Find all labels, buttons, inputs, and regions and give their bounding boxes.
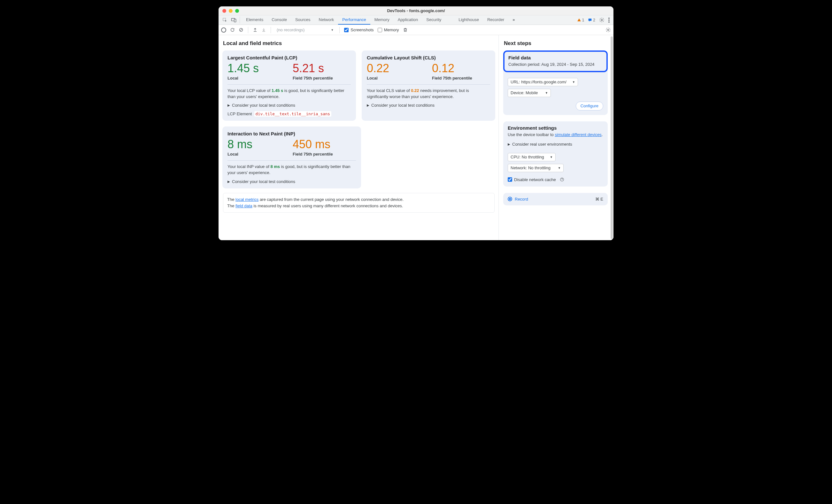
svg-rect-2 (234, 19, 236, 22)
inp-field-label: Field 75th percentile (293, 152, 347, 157)
warnings-badge[interactable]: 1 (577, 18, 584, 22)
disable-cache-label: Disable network cache (514, 177, 556, 182)
tab-performance[interactable]: Performance (338, 15, 370, 25)
tab-console[interactable]: Console (267, 15, 291, 25)
lcp-element-selector[interactable]: div.tile__text.tile__inria_sans (254, 111, 331, 116)
tabs-row: Elements Console Sources Network Perform… (218, 15, 614, 25)
lcp-consider-toggle[interactable]: ▶Consider your local test conditions (228, 103, 351, 108)
inp-title: Interaction to Next Paint (INP) (228, 131, 356, 136)
url-select[interactable]: URL: https://fonts.google.com/▼ (508, 78, 578, 86)
upload-icon[interactable] (253, 27, 258, 32)
recordings-select[interactable]: (no recordings) ▼ (276, 27, 335, 32)
tab-memory[interactable]: Memory (370, 15, 394, 25)
record-icon[interactable] (221, 27, 226, 33)
cls-consider-toggle[interactable]: ▶Consider your local test conditions (367, 103, 490, 108)
inp-local-label: Local (228, 152, 282, 157)
messages-badge[interactable]: 2 (588, 18, 595, 22)
triangle-right-icon: ▶ (367, 104, 369, 107)
environment-text: Use the device toolbar to simulate diffe… (508, 132, 603, 138)
record-shortcut: ⌘ E (595, 197, 603, 202)
triangle-right-icon: ▶ (228, 104, 230, 107)
window-controls (223, 9, 239, 13)
close-window-button[interactable] (223, 9, 226, 13)
tab-recorder[interactable]: Recorder (483, 15, 508, 25)
lcp-element-row: LCP Element div.tile__text.tile__inria_s… (228, 111, 351, 116)
screenshots-checkbox-input[interactable] (344, 28, 348, 32)
garbage-collect-icon[interactable] (403, 27, 408, 32)
cls-title: Cumulative Layout Shift (CLS) (367, 55, 490, 60)
environment-title: Environment settings (508, 125, 603, 131)
minimize-window-button[interactable] (229, 9, 233, 13)
local-metrics-link[interactable]: local metrics (235, 197, 259, 202)
disable-cache-checkbox[interactable]: Disable network cache (508, 177, 603, 182)
messages-count: 2 (593, 18, 595, 22)
env-consider-toggle[interactable]: ▶Consider real user environments (508, 142, 603, 147)
environment-panel: Environment settings Use the device tool… (503, 122, 608, 187)
panel-settings-icon[interactable] (605, 27, 611, 33)
cls-local-label: Local (367, 76, 421, 80)
window-title: DevTools - fonts.google.com/ (218, 8, 614, 13)
triangle-right-icon: ▶ (508, 142, 510, 146)
memory-label: Memory (384, 27, 399, 32)
clear-icon[interactable] (239, 27, 243, 32)
inspect-element-icon[interactable] (220, 15, 229, 25)
cls-field-label: Field 75th percentile (432, 76, 486, 80)
kebab-menu-icon[interactable] (608, 18, 609, 23)
cls-local-value: 0.22 (367, 62, 421, 74)
simulate-devices-link[interactable]: simulate different devices (555, 132, 601, 137)
download-icon[interactable] (261, 27, 266, 32)
help-icon[interactable] (560, 177, 564, 182)
titlebar: DevTools - fonts.google.com/ (218, 6, 614, 15)
tabs-right: 1 2 (577, 15, 612, 25)
inp-consider-toggle[interactable]: ▶Consider your local test conditions (228, 179, 356, 184)
lcp-card: Largest Contentful Paint (LCP) 1.45 s Lo… (223, 50, 356, 121)
reload-icon[interactable] (230, 27, 235, 32)
cls-field-value: 0.12 (432, 62, 486, 74)
memory-checkbox-input[interactable] (378, 28, 382, 32)
memory-checkbox[interactable]: Memory (378, 27, 399, 32)
cls-card: Cumulative Layout Shift (CLS) 0.22 Local… (362, 50, 495, 121)
disable-cache-checkbox-input[interactable] (508, 177, 512, 182)
device-select[interactable]: Device: Mobile▼ (508, 89, 551, 97)
inp-local-value: 8 ms (228, 138, 282, 151)
tab-lighthouse[interactable]: Lighthouse (454, 15, 483, 25)
lcp-description: Your local LCP value of 1.45 s is good, … (228, 88, 351, 100)
cpu-throttle-select[interactable]: CPU: No throttling▼ (508, 153, 556, 161)
lcp-local-value: 1.45 s (228, 62, 282, 74)
tab-elements[interactable]: Elements (242, 15, 267, 25)
svg-rect-3 (589, 19, 592, 21)
next-steps-pane: Next steps Field data Collection period:… (498, 35, 614, 240)
lcp-element-label: LCP Element (228, 111, 252, 116)
field-data-link[interactable]: field data (235, 204, 253, 208)
lcp-local-label: Local (228, 76, 282, 80)
tab-security[interactable]: Security (422, 15, 445, 25)
metrics-footer: The local metrics are captured from the … (223, 193, 495, 213)
field-data-period: Collection period: Aug 19, 2024 - Sep 15… (508, 62, 603, 68)
next-steps-heading: Next steps (504, 40, 608, 47)
warnings-count: 1 (582, 18, 584, 22)
svg-point-6 (608, 20, 609, 21)
screenshots-checkbox[interactable]: Screenshots (344, 27, 373, 32)
recordings-placeholder: (no recordings) (277, 27, 305, 32)
tab-network[interactable]: Network (315, 15, 338, 25)
screenshots-label: Screenshots (350, 27, 373, 32)
record-card[interactable]: Record ⌘ E (503, 193, 608, 205)
scrollbar[interactable] (610, 36, 613, 239)
triangle-right-icon: ▶ (228, 180, 230, 183)
record-dot-icon (508, 197, 512, 201)
maximize-window-button[interactable] (235, 9, 239, 13)
lcp-field-label: Field 75th percentile (293, 76, 347, 80)
svg-point-7 (608, 21, 609, 23)
network-throttle-select[interactable]: Network: No throttling▼ (508, 164, 564, 172)
tab-application[interactable]: Application (394, 15, 422, 25)
field-data-panel: Field data Collection period: Aug 19, 20… (503, 50, 608, 115)
tab-sources[interactable]: Sources (291, 15, 315, 25)
lcp-title: Largest Contentful Paint (LCP) (228, 55, 351, 60)
inp-field-value: 450 ms (293, 138, 347, 151)
more-tabs-icon[interactable]: » (508, 15, 519, 25)
configure-button[interactable]: Configure (576, 102, 603, 110)
device-toolbar-icon[interactable] (229, 15, 238, 25)
settings-icon[interactable] (599, 17, 604, 23)
field-data-highlight: Field data Collection period: Aug 19, 20… (503, 50, 608, 72)
svg-point-9 (607, 29, 609, 30)
